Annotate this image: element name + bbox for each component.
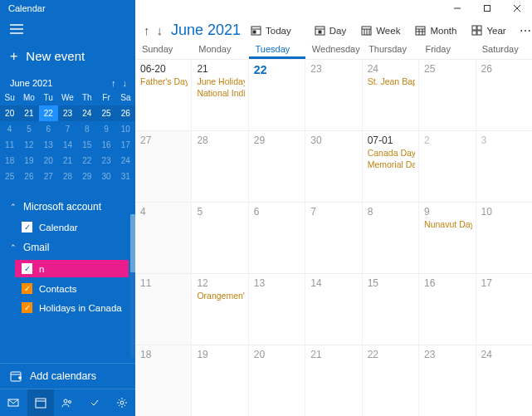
day-cell[interactable]: 06-20Father's Day: [135, 60, 192, 130]
hamburger-button[interactable]: [0, 17, 135, 42]
day-cell[interactable]: 8: [363, 203, 419, 273]
calendar-item[interactable]: ✓Calendar: [0, 218, 135, 237]
mini-day[interactable]: 24: [116, 153, 135, 169]
mini-day[interactable]: 18: [0, 153, 19, 169]
close-button[interactable]: [502, 0, 532, 17]
day-cell[interactable]: 10: [476, 203, 532, 273]
checkbox-icon[interactable]: ✓: [22, 302, 32, 313]
day-cell[interactable]: 4: [135, 203, 192, 273]
day-cell[interactable]: 17: [476, 274, 532, 345]
mini-day[interactable]: 8: [77, 121, 96, 137]
day-cell[interactable]: 24: [476, 345, 532, 416]
mini-day[interactable]: 6: [39, 121, 58, 137]
calendar-nav-icon[interactable]: [27, 389, 55, 416]
todo-nav-icon[interactable]: [81, 389, 109, 416]
day-cell[interactable]: 13: [249, 274, 305, 345]
mini-day[interactable]: 26: [19, 169, 38, 184]
mini-calendar[interactable]: SuMoTuWeThFrSa 2021222324252645678910111…: [0, 90, 135, 184]
calendar-item[interactable]: ✓n: [15, 260, 129, 277]
mini-day[interactable]: 26: [116, 105, 135, 121]
day-view-button[interactable]: Day: [310, 22, 351, 39]
mini-day[interactable]: 27: [39, 169, 58, 184]
calendar-item[interactable]: ✓Holidays in Canada: [0, 298, 135, 317]
mini-day[interactable]: 24: [77, 105, 96, 121]
day-cell[interactable]: 28: [192, 131, 248, 202]
current-month-title[interactable]: June 2021: [171, 22, 241, 39]
mini-day[interactable]: 29: [77, 169, 96, 184]
add-calendars-button[interactable]: Add calendars: [0, 363, 135, 389]
day-cell[interactable]: 30: [305, 131, 362, 202]
more-button[interactable]: ⋯: [516, 24, 532, 37]
mini-day[interactable]: 7: [58, 121, 77, 137]
day-cell[interactable]: 15: [363, 274, 419, 345]
mini-day[interactable]: 17: [116, 137, 135, 153]
day-cell[interactable]: 27: [135, 131, 192, 202]
day-cell[interactable]: 21: [305, 345, 362, 416]
day-cell[interactable]: 23: [305, 60, 362, 130]
day-cell[interactable]: 16: [419, 274, 476, 345]
mini-day[interactable]: 23: [96, 153, 115, 169]
mini-day[interactable]: 30: [96, 169, 115, 184]
new-event-button[interactable]: + New event: [0, 42, 135, 75]
next-period-button[interactable]: ↓: [157, 23, 164, 37]
mini-day[interactable]: 5: [19, 121, 38, 137]
mini-day[interactable]: 25: [96, 105, 115, 121]
day-cell[interactable]: 29: [249, 131, 305, 202]
day-cell[interactable]: 7: [305, 203, 362, 273]
mini-day[interactable]: 19: [19, 153, 38, 169]
event-item[interactable]: Father's Day: [140, 76, 188, 86]
event-item[interactable]: Orangemen's D: [197, 291, 244, 301]
day-cell[interactable]: 11: [135, 274, 192, 345]
mini-day[interactable]: 28: [58, 169, 77, 184]
day-cell[interactable]: 23: [419, 345, 476, 416]
mini-day[interactable]: 4: [0, 121, 19, 137]
mail-nav-icon[interactable]: [0, 389, 27, 416]
event-item[interactable]: June Holiday (N: [197, 76, 244, 86]
checkbox-icon[interactable]: ✓: [22, 222, 32, 232]
checkbox-icon[interactable]: ✓: [22, 263, 32, 274]
settings-nav-icon[interactable]: [108, 389, 135, 416]
day-cell[interactable]: 3: [476, 131, 532, 202]
day-cell[interactable]: 21June Holiday (NNational Indige: [192, 60, 248, 130]
mini-day[interactable]: 22: [39, 105, 58, 121]
day-cell[interactable]: 22: [363, 345, 419, 416]
week-view-button[interactable]: Week: [356, 22, 405, 39]
event-item[interactable]: Canada Day: [368, 148, 415, 158]
day-cell[interactable]: 24St. Jean Baptist: [363, 60, 419, 130]
day-cell[interactable]: 19: [192, 345, 248, 416]
mini-day[interactable]: 11: [0, 137, 19, 153]
mini-day[interactable]: 21: [19, 105, 38, 121]
mini-day[interactable]: 16: [96, 137, 115, 153]
day-cell[interactable]: 26: [476, 60, 532, 130]
year-view-button[interactable]: Year: [466, 22, 510, 39]
mini-day[interactable]: 22: [77, 153, 96, 169]
day-cell[interactable]: 25: [419, 60, 476, 130]
calendar-item[interactable]: ✓Contacts: [0, 279, 135, 298]
month-view-button[interactable]: Month: [410, 22, 461, 39]
day-cell[interactable]: 18: [135, 345, 192, 416]
event-item[interactable]: Memorial Day (: [368, 159, 415, 169]
mini-next-button[interactable]: ↓: [123, 78, 128, 88]
today-button[interactable]: Today: [246, 22, 296, 39]
day-cell[interactable]: 14: [305, 274, 362, 345]
mini-day[interactable]: 20: [0, 105, 19, 121]
mini-day[interactable]: 21: [58, 153, 77, 169]
mini-day[interactable]: 9: [96, 121, 115, 137]
day-cell[interactable]: 22: [249, 60, 305, 130]
mini-prev-button[interactable]: ↑: [111, 78, 116, 88]
event-item[interactable]: St. Jean Baptist: [368, 76, 415, 86]
mini-month-label[interactable]: June 2021: [10, 78, 52, 88]
day-cell[interactable]: 6: [249, 203, 305, 273]
day-cell[interactable]: 12Orangemen's D: [192, 274, 248, 345]
mini-day[interactable]: 14: [58, 137, 77, 153]
day-cell[interactable]: 9Nunavut Day (N: [419, 203, 476, 273]
maximize-button[interactable]: [472, 0, 502, 17]
mini-day[interactable]: 25: [0, 169, 19, 184]
mini-day[interactable]: 13: [39, 137, 58, 153]
mini-day[interactable]: 20: [39, 153, 58, 169]
account-header[interactable]: ⌃Gmail: [0, 237, 135, 258]
mini-day[interactable]: 23: [58, 105, 77, 121]
checkbox-icon[interactable]: ✓: [22, 283, 32, 294]
event-item[interactable]: National Indige: [197, 88, 244, 98]
mini-day[interactable]: 15: [77, 137, 96, 153]
